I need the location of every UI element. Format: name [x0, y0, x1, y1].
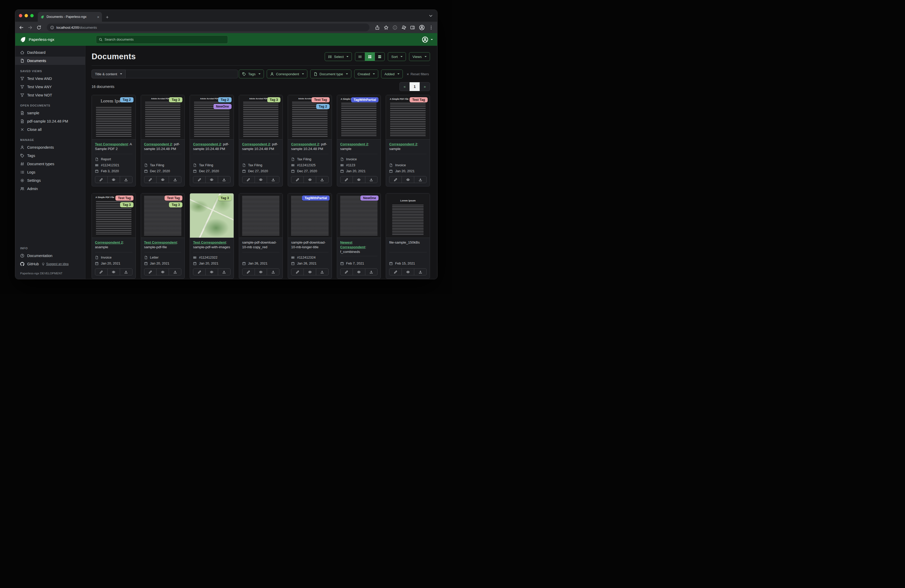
browser-profile-icon[interactable] — [419, 25, 425, 30]
download-button[interactable] — [169, 176, 181, 183]
document-title[interactable]: Correspondent 2: sample — [340, 142, 378, 154]
forward-icon[interactable] — [28, 25, 33, 30]
view-button[interactable] — [255, 176, 267, 183]
download-button[interactable] — [218, 268, 230, 276]
sidebar-item-open-doc-sample[interactable]: sample — [15, 109, 85, 117]
tags-filter-button[interactable]: Tags — [239, 70, 264, 78]
view-button[interactable] — [352, 268, 365, 276]
new-tab-button[interactable] — [103, 13, 111, 21]
browser-menu-icon[interactable] — [429, 25, 433, 30]
suggest-an-idea-link[interactable]: Suggest an idea — [42, 262, 68, 266]
added-filter-button[interactable]: Added — [381, 70, 403, 78]
user-menu[interactable] — [422, 36, 433, 43]
document-thumbnail[interactable]: A Simple PDF File Test TagTag 3 — [92, 193, 136, 238]
sidebar-item-logs[interactable]: Logs — [15, 168, 85, 176]
sidebar-item-correspondents[interactable]: Correspondents — [15, 143, 85, 152]
created-filter-button[interactable]: Created — [354, 70, 378, 78]
download-button[interactable] — [316, 268, 329, 276]
correspondent-link[interactable]: Correspondent 2 — [193, 142, 221, 146]
edit-button[interactable] — [291, 176, 304, 183]
tag-badge[interactable]: Test Tag — [410, 97, 428, 102]
global-search[interactable] — [96, 35, 228, 44]
document-thumbnail[interactable]: NewOne — [337, 193, 381, 238]
tag-badge[interactable]: NewOne — [213, 104, 232, 109]
tag-badge[interactable]: NewOne — [360, 195, 378, 201]
edit-button[interactable] — [340, 176, 353, 183]
correspondent-link[interactable]: Correspondent 2 — [340, 142, 368, 146]
download-button[interactable] — [169, 268, 181, 276]
document-thumbnail[interactable]: Adobe Acrobat PDF Files Tag 3 — [141, 95, 185, 139]
view-button[interactable] — [303, 176, 316, 183]
tag-badge[interactable]: TagWithPartial — [302, 195, 329, 201]
pagination-page-1[interactable]: 1 — [410, 82, 420, 91]
correspondent-link[interactable]: Correspondent 2 — [242, 142, 270, 146]
view-grid-button[interactable] — [365, 52, 375, 61]
document-title[interactable]: Newest Correspondent: f_combineds — [340, 240, 378, 256]
sort-button[interactable]: Sort — [388, 52, 406, 61]
view-button[interactable] — [156, 268, 169, 276]
view-button[interactable] — [107, 176, 120, 183]
document-thumbnail[interactable]: Lorem Ipsum Tag 2 — [92, 95, 136, 139]
document-thumbnail[interactable]: Test TagTag 3 — [141, 193, 185, 238]
edit-button[interactable] — [389, 176, 402, 183]
edit-button[interactable] — [144, 176, 157, 183]
download-button[interactable] — [414, 176, 427, 183]
correspondent-link[interactable]: Correspondent 2 — [389, 142, 417, 146]
status-icon[interactable] — [392, 25, 397, 30]
tag-badge[interactable]: TagWithPartial — [351, 97, 378, 102]
site-info-icon[interactable] — [50, 25, 54, 30]
document-title[interactable]: sample-pdf-download-10-mb copy_red — [242, 240, 280, 252]
correspondent-link[interactable]: Newest Correspondent — [340, 241, 365, 249]
download-button[interactable] — [316, 176, 329, 183]
correspondent-link[interactable]: Correspondent 2 — [95, 241, 123, 244]
extensions-icon[interactable] — [401, 25, 406, 30]
document-title[interactable]: Test Correspondent: sample-pdf-file — [144, 240, 182, 252]
tag-badge[interactable]: Tag 3 — [267, 97, 281, 102]
download-button[interactable] — [365, 268, 378, 276]
correspondent-link[interactable]: Correspondent 2 — [291, 142, 319, 146]
reload-icon[interactable] — [37, 25, 41, 30]
document-title[interactable]: Correspondent 2: pdf-sample 10.24.48 PM — [242, 142, 280, 154]
tag-badge[interactable]: Test Tag — [311, 97, 330, 102]
tag-badge[interactable]: Tag 2 — [218, 97, 232, 102]
edit-button[interactable] — [193, 268, 206, 276]
download-button[interactable] — [414, 268, 427, 276]
view-button[interactable] — [107, 268, 120, 276]
view-details-button[interactable] — [375, 52, 385, 61]
document-title[interactable]: Correspondent 2: asample — [95, 240, 132, 252]
correspondent-link[interactable]: Test Correspondent — [95, 142, 128, 146]
edit-button[interactable] — [291, 268, 304, 276]
title-content-dropdown[interactable]: Title & content — [92, 70, 125, 78]
edit-button[interactable] — [389, 268, 402, 276]
back-icon[interactable] — [19, 25, 24, 30]
document-title[interactable]: Test Correspondent: A Sample PDF 2 — [95, 142, 132, 154]
sidebar-item-documents[interactable]: Documents — [15, 57, 85, 65]
tag-badge[interactable]: Tag 3 — [169, 97, 183, 102]
tag-badge[interactable]: Test Tag — [115, 195, 133, 201]
sidebar-item-open-doc-pdf-sample[interactable]: pdf-sample 10.24.48 PM — [15, 117, 85, 125]
window-close-button[interactable] — [19, 14, 22, 17]
window-minimize-button[interactable] — [25, 14, 28, 17]
document-thumbnail[interactable]: A Simple PDF File Test Tag — [386, 95, 430, 139]
document-thumbnail[interactable]: Lorem ipsum — [386, 193, 430, 238]
split-view-icon[interactable] — [410, 25, 415, 30]
edit-button[interactable] — [144, 268, 157, 276]
bookmark-star-icon[interactable] — [384, 25, 389, 30]
edit-button[interactable] — [95, 268, 108, 276]
correspondent-link[interactable]: Test Correspondent — [193, 241, 226, 244]
pagination-prev-button[interactable]: « — [400, 82, 410, 91]
tag-badge[interactable]: Tag 2 — [120, 97, 133, 102]
tag-badge[interactable]: Tag 2 — [316, 104, 330, 109]
tab-search-icon[interactable] — [429, 13, 433, 18]
document-thumbnail[interactable]: TagWithPartial — [288, 193, 332, 238]
window-zoom-button[interactable] — [30, 14, 33, 17]
view-button[interactable] — [156, 176, 169, 183]
sidebar-item-documentation[interactable]: Documentation — [15, 252, 85, 260]
view-button[interactable] — [402, 176, 414, 183]
correspondent-link[interactable]: Test Correspondent — [144, 241, 177, 244]
download-button[interactable] — [120, 176, 132, 183]
edit-button[interactable] — [242, 268, 255, 276]
document-thumbnail[interactable] — [239, 193, 283, 238]
document-title[interactable]: Test Correspondent: sample-pdf-with-imag… — [193, 240, 230, 252]
app-brand[interactable]: Paperless-ngx — [20, 36, 89, 43]
